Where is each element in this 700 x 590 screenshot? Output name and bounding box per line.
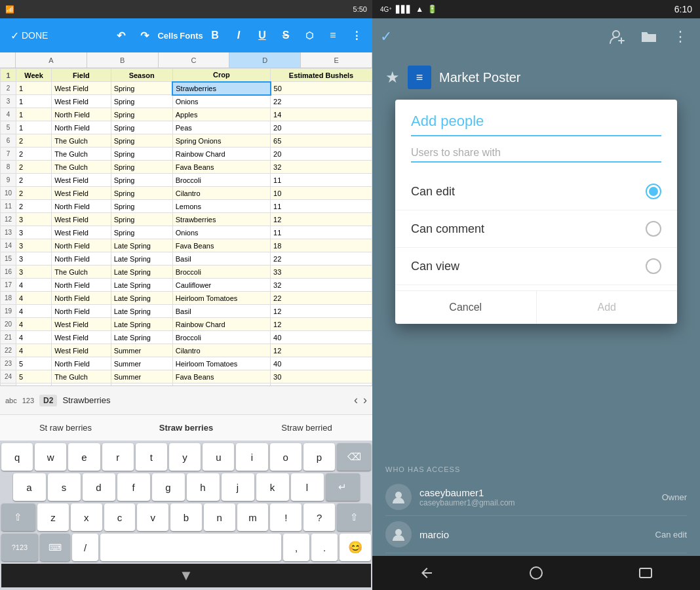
cell[interactable]: Rainbow Chard bbox=[172, 318, 270, 331]
more-options-button[interactable]: ⋮ bbox=[669, 25, 692, 49]
cell[interactable]: 32 bbox=[271, 279, 372, 292]
table-row[interactable]: 41North FieldSpringApples14 bbox=[1, 108, 372, 121]
key-t[interactable]: t bbox=[136, 443, 167, 471]
cell[interactable]: North Field bbox=[52, 305, 111, 318]
cell[interactable]: 2 bbox=[16, 174, 52, 187]
cell[interactable]: 20 bbox=[271, 148, 372, 161]
radio-can-view[interactable]: Can view bbox=[395, 248, 677, 285]
cell[interactable]: Summer bbox=[111, 357, 172, 370]
cell[interactable]: West Field bbox=[52, 331, 111, 344]
key-backspace[interactable]: ⌫ bbox=[337, 443, 371, 471]
confirm-button[interactable]: ✓ bbox=[380, 28, 392, 45]
cell[interactable]: North Field bbox=[52, 357, 111, 370]
key-g[interactable]: g bbox=[152, 473, 185, 501]
radio-can-edit[interactable]: Can edit bbox=[395, 173, 677, 210]
cell[interactable]: Late Spring bbox=[111, 279, 172, 292]
cell[interactable]: Fava Beans bbox=[172, 239, 270, 252]
table-row[interactable]: 133West FieldSpringOnions11 bbox=[1, 226, 372, 239]
cell[interactable]: Late Spring bbox=[111, 252, 172, 266]
table-row[interactable]: 153North FieldLate SpringBasil22 bbox=[1, 252, 372, 266]
col-crop[interactable]: Crop bbox=[172, 69, 270, 82]
cell[interactable]: Summer bbox=[111, 370, 172, 384]
key-v[interactable]: v bbox=[137, 503, 168, 531]
cell[interactable]: Spring bbox=[111, 134, 172, 148]
cell[interactable]: 11 bbox=[271, 226, 372, 239]
cell[interactable]: Broccoli bbox=[172, 331, 270, 344]
cell[interactable]: Late Spring bbox=[111, 305, 172, 318]
cell[interactable]: 12 bbox=[271, 213, 372, 226]
cell[interactable]: 10 bbox=[271, 187, 372, 200]
key-slash[interactable]: / bbox=[72, 534, 98, 561]
cell[interactable]: 40 bbox=[271, 331, 372, 344]
star-button[interactable]: ★ bbox=[385, 68, 400, 87]
key-j[interactable]: j bbox=[222, 473, 254, 501]
cell[interactable]: West Field bbox=[52, 213, 111, 226]
cell[interactable]: 2 bbox=[16, 200, 52, 213]
keyboard-bottom-hide[interactable]: ▼ bbox=[1, 564, 371, 587]
cell[interactable]: 3 bbox=[16, 266, 52, 279]
cell[interactable]: 12 bbox=[271, 344, 372, 357]
cell[interactable]: 3 bbox=[16, 239, 52, 252]
nav-home-button[interactable] bbox=[482, 556, 591, 590]
cell[interactable]: Broccoli bbox=[172, 174, 270, 187]
cell[interactable]: 30 bbox=[271, 370, 372, 384]
key-b[interactable]: b bbox=[170, 503, 202, 531]
col-week[interactable]: Week bbox=[16, 69, 52, 82]
more-button[interactable]: ⋮ bbox=[346, 25, 367, 46]
cell[interactable]: Spring bbox=[111, 161, 172, 174]
cell[interactable]: 3 bbox=[16, 213, 52, 226]
key-u[interactable]: u bbox=[203, 443, 234, 471]
cell[interactable]: 1 bbox=[16, 95, 52, 108]
cell[interactable]: Onions bbox=[172, 226, 270, 239]
cell[interactable]: Basil bbox=[172, 305, 270, 318]
cells-button[interactable]: Cells bbox=[157, 25, 178, 46]
key-comma[interactable]: , bbox=[283, 534, 309, 561]
cell[interactable]: 4 bbox=[16, 344, 52, 357]
key-n[interactable]: n bbox=[204, 503, 235, 531]
cell[interactable]: 4 bbox=[16, 279, 52, 292]
table-row[interactable]: 21West FieldSpringStrawberries50 bbox=[1, 82, 372, 95]
table-row[interactable]: 123West FieldSpringStrawberries12 bbox=[1, 213, 372, 226]
cell[interactable]: 32 bbox=[271, 161, 372, 174]
next-arrow-button[interactable]: › bbox=[363, 393, 367, 407]
table-row[interactable]: 92West FieldSpringBroccoli11 bbox=[1, 174, 372, 187]
cell[interactable]: 12 bbox=[271, 318, 372, 331]
cell[interactable]: North Field bbox=[52, 292, 111, 305]
cell[interactable]: 12 bbox=[271, 305, 372, 318]
key-f[interactable]: f bbox=[117, 473, 150, 501]
cell[interactable]: 50 bbox=[271, 82, 372, 95]
col-header-b[interactable]: B bbox=[87, 52, 159, 68]
col-header-e[interactable]: E bbox=[301, 52, 372, 68]
table-row[interactable]: 82The GulchSpringFava Beans32 bbox=[1, 161, 372, 174]
cell[interactable]: West Field bbox=[52, 344, 111, 357]
cell[interactable]: Spring bbox=[111, 187, 172, 200]
table-row[interactable]: 51North FieldSpringPeas20 bbox=[1, 121, 372, 134]
table-row[interactable]: 204West FieldLate SpringRainbow Chard12 bbox=[1, 318, 372, 331]
autocomplete-item-0[interactable]: St raw berries bbox=[5, 418, 126, 438]
cell[interactable]: Spring bbox=[111, 108, 172, 121]
cell[interactable]: Spring bbox=[111, 148, 172, 161]
cell[interactable]: 3 bbox=[16, 226, 52, 239]
autocomplete-item-2[interactable]: Straw berried bbox=[246, 418, 367, 438]
key-d[interactable]: d bbox=[83, 473, 115, 501]
fonts-button[interactable]: Fonts bbox=[181, 25, 202, 46]
key-exclaim[interactable]: ! bbox=[270, 503, 301, 531]
cell[interactable]: 1 bbox=[16, 108, 52, 121]
cell[interactable]: Late Spring bbox=[111, 239, 172, 252]
col-season[interactable]: Season bbox=[111, 69, 172, 82]
cell[interactable]: West Field bbox=[52, 318, 111, 331]
cell[interactable]: Cauliflower bbox=[172, 279, 270, 292]
cell[interactable]: 4 bbox=[16, 318, 52, 331]
table-row[interactable]: 214West FieldLate SpringBroccoli40 bbox=[1, 331, 372, 344]
cell-value[interactable]: Strawberries bbox=[62, 395, 349, 405]
cell[interactable]: 1 bbox=[16, 82, 52, 95]
cell[interactable]: Spring bbox=[111, 174, 172, 187]
underline-button[interactable]: U bbox=[252, 25, 273, 46]
key-keyboard-icon[interactable]: ⌨ bbox=[40, 534, 70, 561]
cell[interactable]: 11 bbox=[271, 174, 372, 187]
prev-arrow-button[interactable]: ‹ bbox=[354, 393, 358, 407]
cell[interactable]: Apples bbox=[172, 108, 270, 121]
cell[interactable]: 2 bbox=[16, 187, 52, 200]
cell[interactable]: Late Spring bbox=[111, 266, 172, 279]
nav-recent-button[interactable] bbox=[591, 556, 700, 590]
